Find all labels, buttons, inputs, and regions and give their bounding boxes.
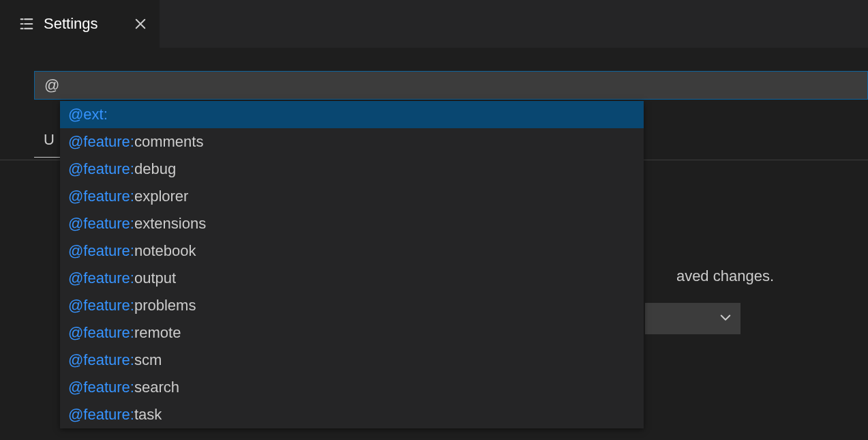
settings-search: [34, 71, 868, 100]
settings-search-input[interactable]: [44, 76, 858, 94]
suggestion-item[interactable]: @feature:notebook: [60, 237, 644, 265]
tab-bar: Settings: [0, 0, 868, 48]
suggestion-item[interactable]: @feature:remote: [60, 319, 644, 347]
suggestion-item[interactable]: @feature:output: [60, 265, 644, 292]
suggestion-item[interactable]: @feature:task: [60, 401, 644, 428]
setting-dropdown[interactable]: [645, 303, 740, 334]
settings-list-icon: [19, 16, 34, 31]
search-suggestions-dropdown: @ext:@feature:comments@feature:debug@fea…: [60, 101, 644, 428]
suggestion-item[interactable]: @feature:comments: [60, 128, 644, 156]
suggestion-item[interactable]: @feature:debug: [60, 156, 644, 183]
suggestion-item[interactable]: @feature:problems: [60, 292, 644, 319]
suggestion-item[interactable]: @ext:: [60, 101, 644, 128]
suggestion-item[interactable]: @feature:explorer: [60, 183, 644, 210]
settings-tab[interactable]: Settings: [0, 0, 160, 48]
settings-search-input-box[interactable]: [34, 71, 868, 100]
suggestion-item[interactable]: @feature:search: [60, 374, 644, 401]
chevron-down-icon: [719, 310, 732, 327]
suggestion-item[interactable]: @feature:extensions: [60, 210, 644, 237]
tab-title: Settings: [44, 15, 98, 33]
close-icon[interactable]: [134, 17, 147, 31]
settings-scope-user-partial: U: [44, 131, 55, 149]
suggestion-item[interactable]: @feature:scm: [60, 347, 644, 374]
setting-description-fragment: aved changes.: [676, 267, 774, 285]
settings-scope-underline: [34, 157, 63, 158]
tab-bar-empty: [160, 0, 869, 48]
